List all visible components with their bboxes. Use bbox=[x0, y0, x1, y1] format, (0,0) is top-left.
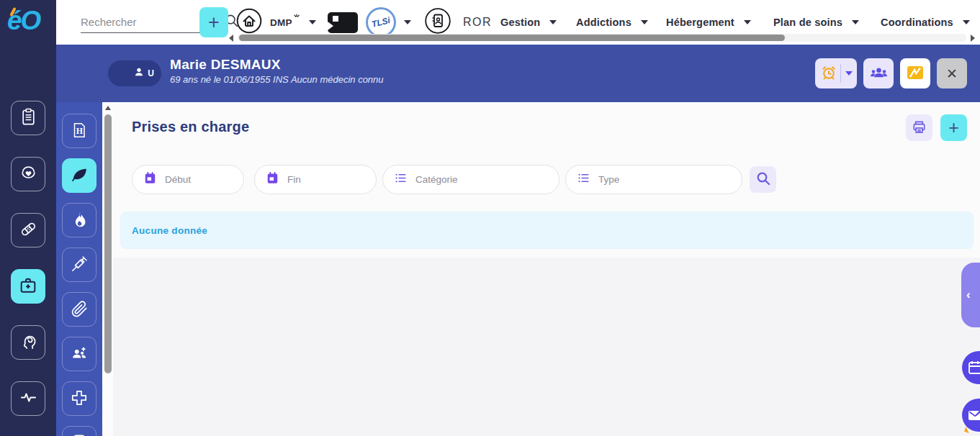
medical-bag-plus-icon bbox=[18, 276, 38, 298]
svg-text:H: H bbox=[76, 125, 84, 135]
patient-summary: 69 ans né le 01/06/1955 INS Aucun médeci… bbox=[170, 74, 384, 85]
person-icon bbox=[133, 66, 145, 81]
chevron-down-icon bbox=[641, 20, 648, 24]
medical-cross-icon bbox=[70, 389, 89, 409]
type-input[interactable] bbox=[598, 174, 742, 185]
empty-state-banner: Aucune donnée bbox=[120, 212, 974, 249]
scrollbar-thumb[interactable] bbox=[104, 114, 112, 373]
empty-state-message: Aucune donnée bbox=[132, 225, 207, 236]
sidebar-item-clipboard[interactable] bbox=[11, 101, 45, 135]
patient-avatar[interactable]: U bbox=[108, 60, 161, 86]
print-button[interactable] bbox=[906, 114, 932, 141]
syringe-icon bbox=[70, 255, 89, 276]
sidenav-item-add-contacts[interactable] bbox=[62, 337, 96, 371]
chevron-down-icon bbox=[549, 20, 557, 24]
patient-actions: ✕ bbox=[815, 58, 967, 88]
record-sidebar: H bbox=[56, 102, 102, 436]
end-date-input[interactable] bbox=[287, 174, 376, 185]
menu-coordinations[interactable]: Coordinations bbox=[881, 8, 970, 37]
content-background bbox=[113, 258, 980, 436]
sidebar-item-psychology[interactable] bbox=[11, 325, 45, 360]
flame-icon bbox=[70, 210, 89, 231]
clipboard-icon bbox=[19, 107, 38, 129]
chevron-down-icon bbox=[845, 71, 853, 76]
menu-addictions[interactable]: Addictions bbox=[576, 8, 648, 37]
chevron-down-icon bbox=[963, 20, 970, 24]
sidenav-item-medical[interactable] bbox=[62, 381, 96, 416]
directory-button[interactable] bbox=[423, 8, 452, 37]
menu-ror[interactable]: ROR bbox=[463, 8, 492, 37]
add-prise-en-charge-button[interactable]: + bbox=[940, 114, 967, 141]
close-patient-button[interactable]: ✕ bbox=[937, 58, 967, 88]
menu-gestion[interactable]: Gestion bbox=[500, 8, 557, 37]
list-icon bbox=[577, 171, 590, 188]
group-icon bbox=[869, 63, 889, 84]
create-button[interactable]: + bbox=[199, 7, 228, 37]
filter-start-date[interactable] bbox=[132, 165, 244, 194]
card-flash-icon bbox=[906, 63, 925, 84]
chevron-down-icon bbox=[404, 20, 411, 24]
scrollbar-thumb[interactable] bbox=[239, 35, 785, 41]
topbar: + DMP TLSi ROR Gestion Addictions bbox=[56, 0, 980, 45]
card-reader-button[interactable] bbox=[328, 8, 358, 37]
head-brain-icon bbox=[19, 332, 38, 353]
close-icon: ✕ bbox=[946, 65, 958, 82]
category-input[interactable] bbox=[415, 174, 559, 185]
calendar-icon bbox=[143, 171, 157, 188]
scroll-up-arrow[interactable] bbox=[105, 106, 111, 110]
leaf-icon bbox=[69, 165, 89, 187]
dmp-sparkle-icon bbox=[293, 11, 300, 24]
sidebar-item-wounds[interactable] bbox=[11, 213, 45, 247]
menu-plan-de-soins[interactable]: Plan de soins bbox=[773, 8, 859, 37]
search-icon bbox=[755, 170, 772, 189]
list-icon bbox=[394, 171, 408, 188]
reminders-button[interactable] bbox=[815, 58, 857, 88]
sidebar-item-vitals[interactable] bbox=[11, 381, 45, 416]
filter-end-date[interactable] bbox=[254, 165, 377, 194]
global-search[interactable] bbox=[81, 12, 200, 33]
app-window: éO bbox=[0, 0, 980, 436]
scroll-left-arrow[interactable] bbox=[229, 35, 233, 42]
card-flash-button[interactable] bbox=[900, 58, 930, 88]
app-logo[interactable]: éO bbox=[7, 6, 49, 42]
sidenav-item-prises-en-charge[interactable] bbox=[62, 158, 96, 193]
menu-dmp[interactable]: DMP bbox=[270, 8, 316, 37]
folder-icon bbox=[70, 433, 89, 436]
history-document-icon: H bbox=[70, 121, 89, 142]
patient-name: Marie DESMAUX bbox=[170, 57, 281, 73]
patient-initial: U bbox=[148, 68, 154, 78]
chevron-down-icon bbox=[744, 20, 751, 24]
divider bbox=[840, 64, 841, 83]
filter-category[interactable] bbox=[382, 165, 559, 194]
main-content: Prises en charge + bbox=[113, 102, 980, 436]
pulse-icon bbox=[19, 388, 38, 409]
scroll-right-arrow[interactable] bbox=[971, 35, 975, 42]
paperclip-icon bbox=[70, 299, 89, 320]
calendar-icon bbox=[266, 171, 279, 188]
home-button[interactable] bbox=[235, 8, 263, 37]
sidenav-item-more[interactable] bbox=[62, 426, 96, 436]
search-filters-button[interactable] bbox=[750, 166, 776, 193]
chevron-down-icon bbox=[309, 20, 316, 24]
horizontal-scrollbar[interactable] bbox=[228, 33, 976, 42]
chevron-down-icon bbox=[852, 20, 859, 24]
sidebar-item-medical-kit[interactable] bbox=[11, 269, 45, 304]
menu-hebergement[interactable]: Hébergement bbox=[666, 8, 751, 37]
primary-sidebar: éO bbox=[0, 0, 56, 436]
sidenav-item-addictions[interactable] bbox=[62, 203, 96, 237]
start-date-input[interactable] bbox=[165, 174, 243, 185]
patient-header: U Marie DESMAUX 69 ans né le 01/06/1955 … bbox=[56, 45, 980, 102]
sidenav-item-attachments[interactable] bbox=[62, 292, 96, 327]
vertical-scrollbar[interactable] bbox=[102, 102, 113, 436]
sidebar-item-care[interactable] bbox=[11, 157, 45, 191]
filter-type[interactable] bbox=[565, 165, 742, 194]
sidenav-item-history[interactable]: H bbox=[62, 114, 96, 148]
care-team-button[interactable] bbox=[863, 58, 894, 88]
add-people-icon bbox=[70, 344, 89, 365]
sidenav-item-vaccinations[interactable] bbox=[62, 247, 96, 282]
tlsi-button[interactable]: TLSi bbox=[366, 8, 411, 37]
bandage-icon bbox=[19, 219, 38, 241]
heart-basket-icon bbox=[19, 163, 38, 185]
alarm-clock-icon bbox=[820, 64, 837, 83]
collapse-panel-tab[interactable]: ‹ bbox=[961, 263, 980, 327]
